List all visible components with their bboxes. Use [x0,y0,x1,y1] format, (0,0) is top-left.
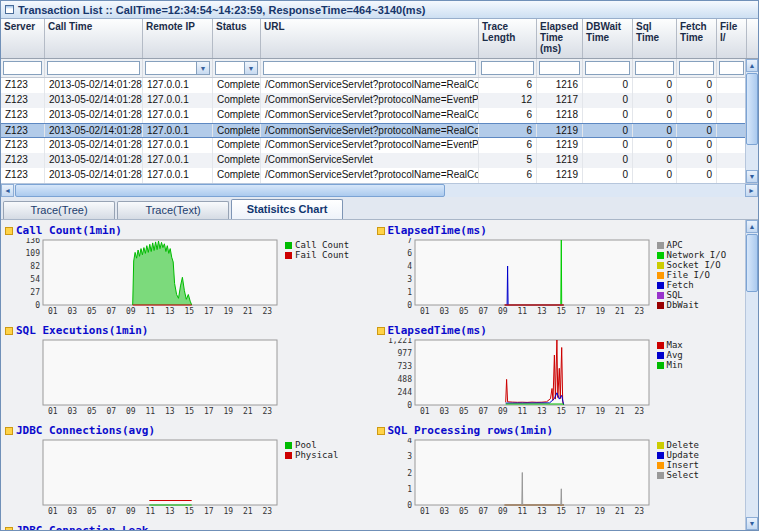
filter-input[interactable] [719,61,744,75]
table-row[interactable]: Z1232013-05-02/14:01:28:860127.0.0.1Comp… [1,168,747,183]
charts-vertical-scrollbar[interactable]: ▲ ▼ [745,220,758,530]
column-header[interactable]: File I/ [717,19,747,58]
svg-text:05: 05 [87,407,97,416]
svg-text:0: 0 [35,301,40,310]
chart-bullet-icon [5,527,13,531]
vscroll-track[interactable] [746,72,758,170]
svg-text:3: 3 [407,275,412,284]
svg-text:15: 15 [556,307,566,316]
column-header[interactable]: Trace Length [479,19,537,58]
svg-text:01: 01 [48,407,58,416]
svg-text:19: 19 [595,307,605,316]
cell: 0 [677,124,717,137]
scroll-right-icon[interactable]: ► [745,184,758,197]
filter-input[interactable] [539,61,580,75]
svg-text:01: 01 [48,307,58,316]
legend-swatch-icon [657,452,664,459]
filter-input[interactable]: ▼ [215,61,258,75]
legend-label: Pool [295,440,317,450]
filter-cell: ▼ [143,59,213,77]
legend-swatch-icon [657,442,664,449]
cell: 6 [479,168,537,183]
table-vertical-scrollbar[interactable]: ▲ ▼ [745,59,758,183]
tab-statisitcs-chart[interactable]: Statisitcs Chart [231,199,343,219]
filter-input[interactable] [263,61,476,75]
table-header-row: ServerCall TimeRemote IPStatusURLTrace L… [1,19,758,59]
column-header[interactable]: Status [213,19,261,58]
chart-panel-sql-executions: SQL Executions(1min) 0103050709111315171… [5,324,371,418]
cell: 2013-05-02/14:01:28:859 [45,138,143,153]
filter-input[interactable] [47,61,140,75]
table-row[interactable]: Z1232013-05-02/14:01:28:859127.0.0.1Comp… [1,138,747,153]
cell: 0 [677,78,717,93]
vscroll-thumb[interactable] [746,234,758,292]
filter-input[interactable] [679,61,714,75]
legend-swatch-icon [657,262,664,269]
cell: 127.0.0.1 [143,124,213,137]
filter-cell [583,59,633,77]
window-icon [5,5,14,14]
legend-item: File I/O [657,270,739,280]
cell: 127.0.0.1 [143,153,213,168]
column-header[interactable]: DBWait Time [583,19,633,58]
legend-label: Avg [667,350,683,360]
legend-item: Insert [657,460,739,470]
legend-swatch-icon [657,252,664,259]
scroll-up-icon[interactable]: ▲ [746,220,758,233]
legend-swatch-icon [657,242,664,249]
chart-bullet-icon [377,227,385,235]
legend-item: Update [657,450,739,460]
tab-trace-text-[interactable]: Trace(Text) [117,201,229,219]
svg-text:11: 11 [517,307,527,316]
vscroll-track[interactable] [746,233,758,517]
cell: 127.0.0.1 [143,138,213,153]
vscroll-thumb[interactable] [746,73,758,145]
filter-cell [479,59,537,77]
svg-text:03: 03 [439,307,449,316]
svg-text:23: 23 [262,507,272,516]
tab-trace-tree-[interactable]: Trace(Tree) [3,201,115,219]
filter-input[interactable] [635,61,674,75]
chart-legend: DeleteUpdateInsertSelect [651,438,739,516]
svg-text:13: 13 [536,407,546,416]
column-header[interactable]: Call Time [45,19,143,58]
table-row[interactable]: Z1232013-05-02/14:01:28:856127.0.0.1Comp… [1,78,747,93]
svg-text:17: 17 [204,407,214,416]
legend-label: SQL [667,290,683,300]
svg-text:05: 05 [87,307,97,316]
svg-text:2: 2 [407,469,412,478]
column-header[interactable]: Fetch Time [677,19,717,58]
scroll-down-icon[interactable]: ▼ [746,517,758,530]
horizontal-scrollbar[interactable]: ◄ ► [1,183,758,197]
scroll-left-icon[interactable]: ◄ [1,184,14,197]
filter-dropdown-icon[interactable]: ▼ [244,62,257,74]
filter-input[interactable] [585,61,630,75]
table-row[interactable]: Z1232013-05-02/14:01:28:859127.0.0.1Comp… [1,153,747,168]
legend-label: Fetch [667,280,694,290]
column-header[interactable]: URL [261,19,479,58]
table-row[interactable]: Z1232013-05-02/14:01:28:857127.0.0.1Comp… [1,93,747,108]
scroll-up-icon[interactable]: ▲ [746,59,758,72]
filter-input[interactable] [481,61,534,75]
table-row[interactable]: Z1232013-05-02/14:01:28:859127.0.0.1Comp… [1,123,747,138]
hscroll-track[interactable] [14,184,745,197]
svg-text:09: 09 [497,507,507,516]
column-header[interactable]: Server [1,19,45,58]
cell: 0 [633,78,677,93]
column-header[interactable]: Elapsed Time (ms) [537,19,583,58]
filter-input[interactable]: ▼ [145,61,210,75]
filter-dropdown-icon[interactable]: ▼ [196,62,209,74]
table-row[interactable]: Z1232013-05-02/14:01:28:859127.0.0.1Comp… [1,108,747,123]
svg-text:23: 23 [262,407,272,416]
hscroll-thumb[interactable] [15,184,445,197]
cell: /CommonServiceServlet?protocolName=RealC… [261,108,479,123]
column-header[interactable]: Remote IP [143,19,213,58]
column-header[interactable]: Sql Time [633,19,677,58]
legend-swatch-icon [285,442,292,449]
cell: 2013-05-02/14:01:28:859 [45,124,143,137]
scroll-down-icon[interactable]: ▼ [746,170,758,183]
filter-input[interactable] [3,61,42,75]
cell: 0 [633,93,677,108]
cell: /CommonServiceServlet?protocolName=Event… [261,138,479,153]
legend-swatch-icon [657,462,664,469]
